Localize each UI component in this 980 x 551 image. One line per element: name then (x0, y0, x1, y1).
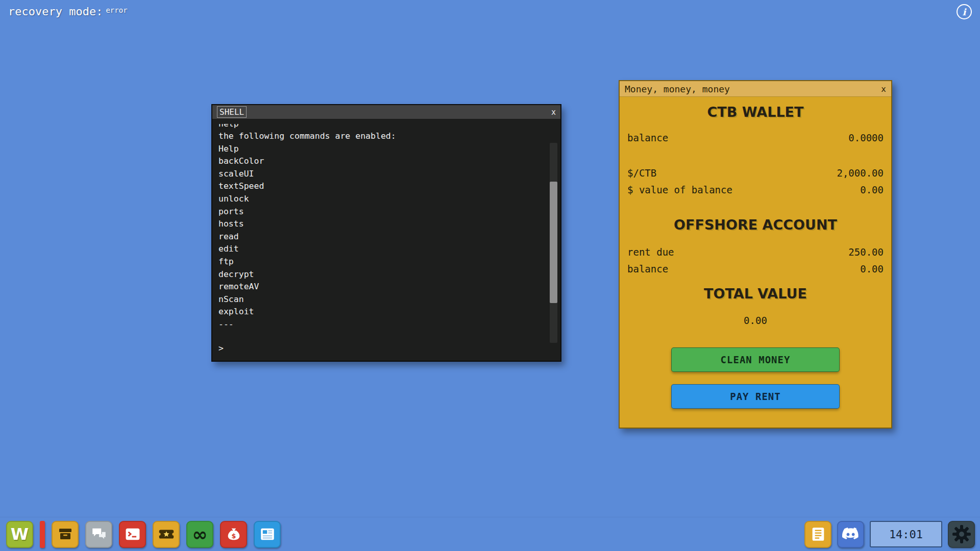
terminal-app-icon[interactable] (119, 521, 146, 548)
inbox-icon (57, 526, 74, 542)
money-close-button[interactable]: x (881, 84, 886, 94)
shell-line: decrypt (218, 268, 560, 281)
discord-app-icon[interactable] (837, 521, 864, 548)
money-titlebar[interactable]: Money, money, money x (620, 81, 891, 97)
money-window: Money, money, money x CTB WALLET balance… (619, 80, 892, 429)
offshore-balance-label: balance (627, 263, 668, 274)
shell-scrollbar-thumb[interactable] (550, 182, 557, 303)
rent-due-label: rent due (627, 246, 674, 258)
info-icon[interactable]: i (957, 4, 972, 19)
shell-line: textSpeed (218, 180, 560, 193)
recovery-mode-value: error (106, 6, 127, 14)
wallet-usd-value-row: $ value of balance 0.00 (627, 184, 884, 195)
ctb-wallet-header: CTB WALLET (627, 104, 884, 120)
pay-rent-button[interactable]: PAY RENT (671, 384, 840, 409)
w-app-icon[interactable]: W (6, 521, 33, 548)
shell-line: ports (218, 206, 560, 218)
svg-text:$: $ (231, 532, 236, 540)
ticket-star-icon (158, 525, 175, 543)
shell-line: remoteAV (218, 281, 560, 293)
wallet-balance-row: balance 0.0000 (627, 132, 884, 143)
ledger-icon (810, 525, 827, 543)
shell-line: ftp (218, 256, 560, 268)
clean-money-button[interactable]: CLEAN MONEY (671, 347, 840, 372)
money-bag-icon: $ (225, 525, 242, 543)
chat-app-icon[interactable] (85, 521, 112, 548)
ledger-app-icon[interactable] (804, 521, 831, 548)
rent-due-value: 250.00 (848, 246, 884, 258)
ctb-rate-row: $/CTB 2,000.00 (627, 167, 884, 179)
newspaper-icon (259, 525, 276, 543)
shell-line: edit (218, 243, 560, 256)
taskbar: W (0, 517, 980, 551)
offshore-account-header: OFFSHORE ACCOUNT (627, 217, 884, 233)
recovery-mode-status: recovery mode: error (8, 5, 128, 18)
discord-icon (841, 524, 861, 544)
ticket-app-icon[interactable] (153, 521, 180, 548)
settings-gear-icon[interactable] (948, 521, 975, 548)
taskbar-left-dock: W (6, 521, 281, 548)
news-app-icon[interactable] (254, 521, 281, 548)
shell-line: Help (218, 143, 560, 156)
total-value-amount: 0.00 (627, 315, 884, 326)
shell-line: unlock (218, 193, 560, 206)
wallet-balance-label: balance (627, 132, 668, 143)
gear-icon (951, 524, 972, 544)
shell-line: read (218, 231, 560, 243)
taskbar-right-dock: 14:01 (804, 521, 975, 548)
shell-line-clipped: help (218, 124, 560, 130)
money-window-title: Money, money, money (625, 84, 730, 94)
rent-due-row: rent due 250.00 (627, 246, 884, 258)
terminal-icon (124, 525, 141, 543)
shell-titlebar[interactable]: SHELL x (212, 105, 560, 119)
shell-window-title: SHELL (217, 106, 247, 118)
shell-line: hosts (218, 218, 560, 231)
offshore-balance-value: 0.00 (860, 263, 884, 274)
wallet-usd-value-value: 0.00 (860, 184, 884, 195)
ctb-rate-value: 2,000.00 (837, 167, 884, 179)
shell-scrollbar[interactable] (550, 143, 557, 343)
chat-bubbles-icon (90, 525, 108, 543)
shell-line: backColor (218, 155, 560, 168)
shell-line: scaleUI (218, 168, 560, 181)
infinity-app-icon[interactable]: ∞ (186, 521, 213, 548)
wallet-balance-value: 0.0000 (848, 132, 884, 143)
inbox-app-icon[interactable] (52, 521, 79, 548)
shell-line: the following commands are enabled: (218, 130, 560, 143)
moneybag-app-icon[interactable]: $ (220, 521, 247, 548)
shell-line: nScan (218, 293, 560, 306)
total-value-header: TOTAL VALUE (627, 286, 884, 302)
shell-line: --- (218, 318, 560, 331)
shell-prompt[interactable]: > (218, 342, 224, 355)
wallet-usd-value-label: $ value of balance (627, 184, 732, 195)
clock-display[interactable]: 14:01 (870, 521, 942, 547)
shell-output: help the following commands are enabled:… (212, 119, 560, 361)
shell-line: exploit (218, 306, 560, 318)
recovery-mode-label: recovery mode: (8, 5, 103, 18)
shell-close-button[interactable]: x (551, 108, 556, 117)
shell-lines: the following commands are enabled:Helpb… (218, 130, 560, 331)
infinity-icon: ∞ (192, 524, 208, 545)
red-divider-icon[interactable] (40, 521, 45, 548)
ctb-rate-label: $/CTB (627, 167, 656, 179)
w-letter: W (11, 524, 29, 544)
offshore-balance-row: balance 0.00 (627, 263, 884, 274)
shell-window: SHELL x help the following commands are … (211, 104, 561, 362)
money-body: CTB WALLET balance 0.0000 $/CTB 2,000.00… (620, 104, 891, 409)
